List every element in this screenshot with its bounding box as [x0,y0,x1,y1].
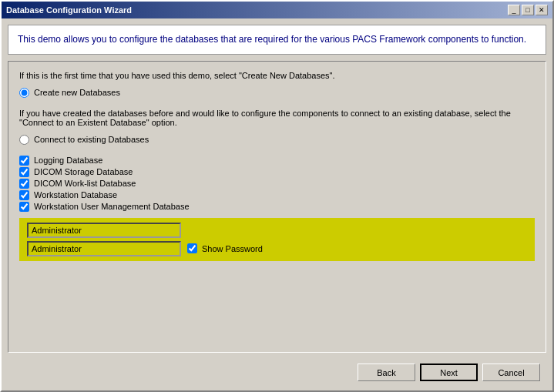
checkbox-logging: Logging Database [19,156,535,166]
first-time-text: If this is the first time that you have … [19,71,535,80]
checkbox-dicom-storage-label: DICOM Storage Database [34,167,133,176]
checkbox-logging-label: Logging Database [34,156,102,165]
checkbox-workstation-user: Workstation User Management Database [19,202,535,212]
checkbox-workstation-input[interactable] [19,190,29,200]
show-password-label: Show Password [202,244,263,253]
window-content: This demo allows you to configure the da… [2,18,552,390]
radio-create-input[interactable] [19,88,29,98]
maximize-button[interactable]: □ [522,5,534,15]
checkbox-dicom-worklist-input[interactable] [19,179,29,189]
back-button[interactable]: Back [358,364,415,381]
checkbox-dicom-worklist-label: DICOM Work-list Database [34,179,136,188]
yellow-section: Show Password [19,218,535,261]
checkbox-workstation-label: Workstation Database [34,190,117,199]
radio-create-label: Create new Databases [34,88,120,97]
checkbox-dicom-storage: DICOM Storage Database [19,167,535,177]
close-button[interactable]: ✕ [536,5,548,15]
show-password-checkbox[interactable] [187,243,197,253]
connect-text: If you have created the databases before… [19,109,535,127]
main-window: Database Configuration Wizard _ □ ✕ This… [0,0,554,392]
window-controls: _ □ ✕ [508,5,548,15]
checkbox-workstation-user-label: Workstation User Management Database [34,202,190,211]
minimize-button[interactable]: _ [508,5,520,15]
show-password-row: Show Password [187,243,263,253]
title-bar: Database Configuration Wizard _ □ ✕ [2,2,552,18]
checkbox-workstation: Workstation Database [19,190,535,200]
username-input[interactable] [27,223,181,238]
cancel-button[interactable]: Cancel [482,364,540,381]
checkbox-workstation-user-input[interactable] [19,202,29,212]
main-panel: If this is the first time that you have … [8,61,546,353]
password-input[interactable] [27,241,181,256]
info-box: This demo allows you to configure the da… [8,25,546,55]
radio-connect-input[interactable] [19,135,29,145]
window-title: Database Configuration Wizard [6,5,132,15]
next-button[interactable]: Next [420,364,478,381]
footer: Back Next Cancel [8,359,546,384]
checkbox-dicom-worklist: DICOM Work-list Database [19,179,535,189]
info-text: This demo allows you to configure the da… [18,34,526,45]
password-row: Show Password [27,241,527,256]
checkbox-dicom-storage-input[interactable] [19,167,29,177]
username-row [27,223,527,238]
checkbox-list: Logging Database DICOM Storage Database … [19,156,535,212]
radio-connect-label: Connect to existing Databases [34,135,149,144]
checkbox-logging-input[interactable] [19,156,29,166]
radio-connect-group: Connect to existing Databases [19,135,535,145]
radio-create-group: Create new Databases [19,88,535,98]
